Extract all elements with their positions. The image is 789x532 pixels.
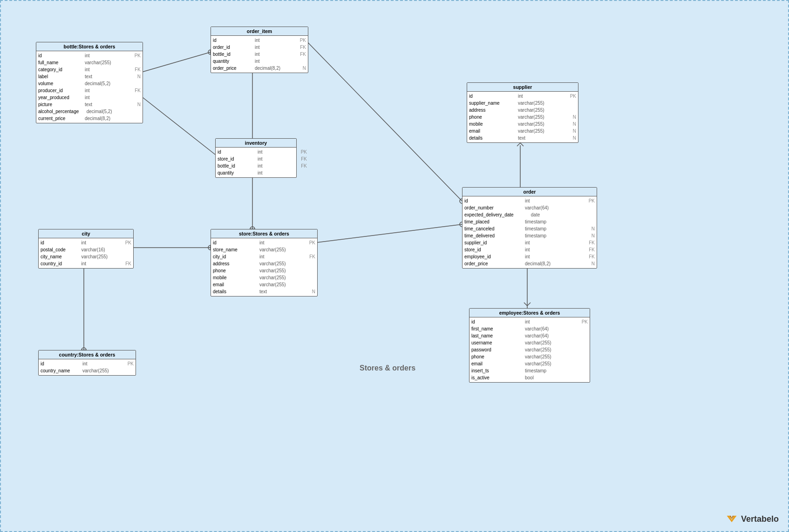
table-row: order_pricedecimal(8,2)N: [213, 65, 306, 72]
vertabelo-logo-icon: [725, 512, 738, 525]
svg-line-0: [138, 52, 211, 73]
table-store: store:Stores & orders idintPK store_name…: [211, 229, 318, 296]
table-supplier-body: idintPK supplier_namevarchar(255) addres…: [467, 92, 578, 142]
table-row: city_namevarchar(255): [41, 253, 131, 260]
table-row: detailstextN: [469, 135, 576, 141]
table-store-header: store:Stores & orders: [211, 229, 317, 238]
table-row: quantityint: [213, 58, 306, 65]
table-row: emailvarchar(255): [471, 360, 588, 367]
brand-area: Vertabelo: [725, 512, 779, 525]
table-row: full_namevarchar(255): [38, 59, 141, 66]
svg-line-21: [520, 143, 524, 146]
svg-line-22: [524, 303, 527, 306]
table-row: emailvarchar(255)N: [469, 128, 576, 135]
table-row: order_idintFK: [213, 44, 306, 51]
table-order-item-header: order_item: [211, 27, 308, 36]
table-row: year_producedint: [38, 94, 141, 101]
table-supplier-header: supplier: [467, 83, 578, 92]
table-country-header: country:Stores & orders: [39, 350, 136, 359]
table-employee-header: employee:Stores & orders: [469, 309, 590, 317]
table-bottle: bottle:Stores & orders idintPK full_name…: [36, 42, 143, 123]
table-row: phonevarchar(255): [471, 353, 588, 360]
table-row: store_idintFK: [464, 246, 595, 253]
table-order-item: order_item idintPK order_idintFK bottle_…: [211, 27, 308, 73]
table-row: city_idintFK: [213, 253, 315, 260]
table-bottle-body: idintPK full_namevarchar(255) category_i…: [36, 51, 143, 123]
table-city-header: city: [39, 229, 133, 238]
brand-name: Vertabelo: [741, 514, 779, 524]
table-employee: employee:Stores & orders idintPK first_n…: [469, 308, 590, 383]
svg-line-23: [527, 303, 531, 306]
table-row: order_pricedecimal(8,2)N: [464, 260, 595, 267]
table-row: expected_delivery_datedate: [464, 211, 595, 218]
table-row: idintPK: [38, 52, 141, 59]
table-order-item-body: idintPK order_idintFK bottle_idintFK qua…: [211, 36, 308, 73]
table-row: usernamevarchar(255): [471, 339, 588, 346]
table-row: addressvarchar(255): [213, 260, 315, 267]
table-row: bottle_idintFK: [218, 162, 294, 169]
table-row: store_idintFK: [218, 155, 294, 162]
table-row: insert_tstimestamp: [471, 367, 588, 374]
table-inventory: inventory idintPK store_idintFK bottle_i…: [215, 138, 297, 178]
table-row: addressvarchar(255): [469, 107, 576, 114]
table-row: idintPK: [218, 148, 294, 155]
table-row: passwordvarchar(255): [471, 346, 588, 353]
table-store-body: idintPK store_namevarchar(255) city_idin…: [211, 238, 317, 296]
table-row: last_namevarchar(64): [471, 332, 588, 339]
table-city: city idintPK postal_codevarchar(16) city…: [38, 229, 134, 269]
table-employee-body: idintPK first_namevarchar(64) last_namev…: [469, 317, 590, 382]
table-bottle-header: bottle:Stores & orders: [36, 42, 143, 51]
table-supplier: supplier idintPK supplier_namevarchar(25…: [467, 82, 578, 143]
table-row: labeltextN: [38, 73, 141, 80]
table-row: volumedecimal(5,2): [38, 80, 141, 87]
table-row: country_idintFK: [41, 260, 131, 267]
table-row: time_placedtimestamp: [464, 218, 595, 225]
table-row: phonevarchar(255): [213, 267, 315, 274]
table-row: idintPK: [464, 197, 595, 204]
svg-line-2: [304, 38, 462, 201]
svg-line-6: [313, 224, 462, 243]
table-row: mobilevarchar(255)N: [469, 121, 576, 128]
table-row: time_canceledtimestampN: [464, 225, 595, 232]
table-row: current_pricedecimal(8,2): [38, 115, 141, 122]
table-row: time_deliveredtimestampN: [464, 232, 595, 239]
table-row: idintPK: [41, 360, 134, 367]
table-row: mobilevarchar(255): [213, 274, 315, 281]
table-row: alcohol_percentagedecimal(5,2): [38, 108, 141, 115]
table-row: postal_codevarchar(16): [41, 246, 131, 253]
table-order-header: order: [463, 188, 597, 196]
svg-line-4: [138, 94, 215, 155]
table-inventory-header: inventory: [216, 139, 296, 148]
table-row: idintPK: [469, 93, 576, 100]
table-row: idintPK: [41, 239, 131, 246]
table-row: bottle_idintFK: [213, 51, 306, 58]
table-row: idintPK: [213, 37, 306, 44]
table-city-body: idintPK postal_codevarchar(16) city_name…: [39, 238, 133, 268]
svg-line-20: [517, 143, 520, 146]
diagram-label: Stores & orders: [360, 364, 415, 372]
table-order: order idintPK order_numbervarchar(64) ex…: [462, 187, 597, 269]
table-row: order_numbervarchar(64): [464, 204, 595, 211]
table-row: idintPK: [471, 318, 588, 325]
table-row: detailstextN: [213, 288, 315, 295]
table-row: is_activebool: [471, 374, 588, 381]
table-row: quantityint: [218, 169, 294, 176]
table-row: employee_idintFK: [464, 253, 595, 260]
diagram-canvas: bottle:Stores & orders idintPK full_name…: [0, 0, 789, 532]
table-order-body: idintPK order_numbervarchar(64) expected…: [463, 196, 597, 268]
table-row: store_namevarchar(255): [213, 246, 315, 253]
table-row: supplier_idintFK: [464, 239, 595, 246]
table-row: emailvarchar(255): [213, 281, 315, 288]
table-country: country:Stores & orders idintPK country_…: [38, 350, 136, 376]
table-row: supplier_namevarchar(255): [469, 100, 576, 107]
table-row: country_namevarchar(255): [41, 367, 134, 374]
table-inventory-body: idintPK store_idintFK bottle_idintFK qua…: [216, 148, 296, 177]
table-row: phonevarchar(255)N: [469, 114, 576, 121]
table-row: first_namevarchar(64): [471, 325, 588, 332]
table-row: picturetextN: [38, 101, 141, 108]
table-row: category_idintFK: [38, 66, 141, 73]
table-row: producer_idintFK: [38, 87, 141, 94]
table-row: idintPK: [213, 239, 315, 246]
table-country-body: idintPK country_namevarchar(255): [39, 359, 136, 375]
